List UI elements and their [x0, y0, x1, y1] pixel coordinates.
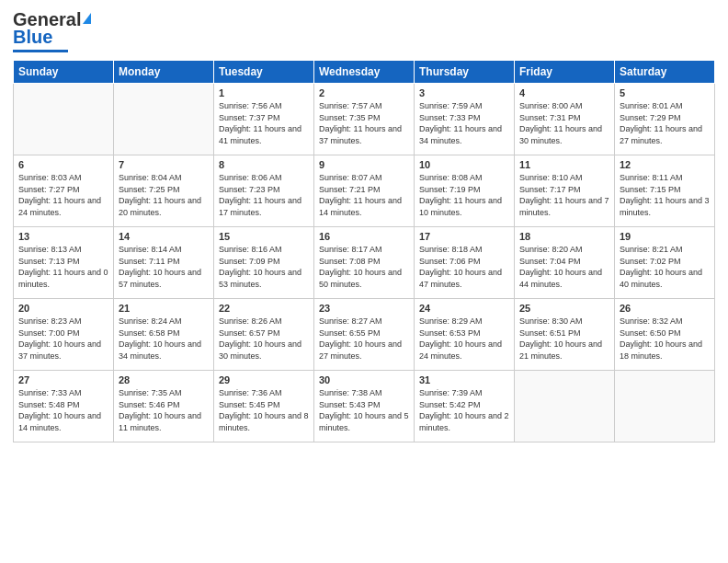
week-row-4: 20Sunrise: 8:23 AMSunset: 7:00 PMDayligh…: [14, 299, 715, 371]
cell-info: Sunrise: 8:17 AMSunset: 7:08 PMDaylight:…: [319, 244, 409, 290]
calendar-cell: 5Sunrise: 8:01 AMSunset: 7:29 PMDaylight…: [615, 84, 715, 155]
cell-info: Sunrise: 8:29 AMSunset: 6:53 PMDaylight:…: [419, 316, 509, 362]
day-number: 19: [620, 231, 710, 242]
calendar-cell: 26Sunrise: 8:32 AMSunset: 6:50 PMDayligh…: [615, 299, 715, 371]
day-number: 30: [319, 374, 409, 385]
calendar-cell: 6Sunrise: 8:03 AMSunset: 7:27 PMDaylight…: [14, 155, 114, 227]
logo-blue: Blue: [13, 27, 52, 48]
calendar-cell: 10Sunrise: 8:08 AMSunset: 7:19 PMDayligh…: [415, 155, 515, 227]
cell-info: Sunrise: 8:30 AMSunset: 6:51 PMDaylight:…: [519, 316, 609, 362]
day-number: 6: [18, 159, 108, 170]
cell-info: Sunrise: 8:10 AMSunset: 7:17 PMDaylight:…: [519, 172, 609, 218]
calendar-cell: 30Sunrise: 7:38 AMSunset: 5:43 PMDayligh…: [314, 371, 415, 442]
calendar-cell: 8Sunrise: 8:06 AMSunset: 7:23 PMDaylight…: [214, 155, 314, 227]
weekday-header-wednesday: Wednesday: [314, 61, 415, 84]
day-number: 12: [620, 159, 710, 170]
calendar-cell: 22Sunrise: 8:26 AMSunset: 6:57 PMDayligh…: [214, 299, 314, 371]
day-number: 20: [18, 303, 108, 314]
calendar-cell: 21Sunrise: 8:24 AMSunset: 6:58 PMDayligh…: [114, 299, 214, 371]
cell-info: Sunrise: 8:00 AMSunset: 7:31 PMDaylight:…: [519, 100, 609, 146]
calendar-cell: 14Sunrise: 8:14 AMSunset: 7:11 PMDayligh…: [114, 227, 214, 299]
logo: General Blue: [13, 9, 91, 52]
cell-info: Sunrise: 7:59 AMSunset: 7:33 PMDaylight:…: [419, 100, 509, 146]
day-number: 3: [419, 87, 509, 98]
calendar-cell: [114, 84, 214, 155]
calendar-cell: 3Sunrise: 7:59 AMSunset: 7:33 PMDaylight…: [415, 84, 515, 155]
logo-arrow-icon: [83, 13, 91, 24]
cell-info: Sunrise: 7:36 AMSunset: 5:45 PMDaylight:…: [219, 387, 309, 433]
week-row-2: 6Sunrise: 8:03 AMSunset: 7:27 PMDaylight…: [14, 155, 715, 227]
day-number: 27: [18, 374, 108, 385]
day-number: 31: [419, 374, 509, 385]
cell-info: Sunrise: 7:38 AMSunset: 5:43 PMDaylight:…: [319, 387, 409, 433]
calendar-cell: 19Sunrise: 8:21 AMSunset: 7:02 PMDayligh…: [615, 227, 715, 299]
weekday-header-sunday: Sunday: [14, 61, 114, 84]
calendar-cell: 24Sunrise: 8:29 AMSunset: 6:53 PMDayligh…: [415, 299, 515, 371]
day-number: 29: [219, 374, 309, 385]
cell-info: Sunrise: 8:20 AMSunset: 7:04 PMDaylight:…: [519, 244, 609, 290]
calendar-cell: 9Sunrise: 8:07 AMSunset: 7:21 PMDaylight…: [314, 155, 415, 227]
cell-info: Sunrise: 7:39 AMSunset: 5:42 PMDaylight:…: [419, 387, 509, 433]
calendar-cell: 12Sunrise: 8:11 AMSunset: 7:15 PMDayligh…: [615, 155, 715, 227]
calendar-cell: 7Sunrise: 8:04 AMSunset: 7:25 PMDaylight…: [114, 155, 214, 227]
day-number: 2: [319, 87, 409, 98]
day-number: 13: [18, 231, 108, 242]
cell-info: Sunrise: 8:18 AMSunset: 7:06 PMDaylight:…: [419, 244, 509, 290]
cell-info: Sunrise: 7:33 AMSunset: 5:48 PMDaylight:…: [18, 387, 108, 433]
calendar: SundayMondayTuesdayWednesdayThursdayFrid…: [13, 60, 715, 442]
cell-info: Sunrise: 8:01 AMSunset: 7:29 PMDaylight:…: [620, 100, 710, 146]
cell-info: Sunrise: 7:57 AMSunset: 7:35 PMDaylight:…: [319, 100, 409, 146]
cell-info: Sunrise: 8:07 AMSunset: 7:21 PMDaylight:…: [319, 172, 409, 218]
day-number: 14: [119, 231, 209, 242]
weekday-header-friday: Friday: [515, 61, 615, 84]
day-number: 23: [319, 303, 409, 314]
day-number: 24: [419, 303, 509, 314]
cell-info: Sunrise: 8:32 AMSunset: 6:50 PMDaylight:…: [620, 316, 710, 362]
week-row-5: 27Sunrise: 7:33 AMSunset: 5:48 PMDayligh…: [14, 371, 715, 442]
calendar-cell: 18Sunrise: 8:20 AMSunset: 7:04 PMDayligh…: [515, 227, 615, 299]
day-number: 9: [319, 159, 409, 170]
weekday-header-thursday: Thursday: [415, 61, 515, 84]
header: General Blue: [13, 9, 715, 52]
calendar-cell: 15Sunrise: 8:16 AMSunset: 7:09 PMDayligh…: [214, 227, 314, 299]
page: General Blue SundayMondayTuesdayWednesda…: [0, 0, 728, 563]
cell-info: Sunrise: 8:24 AMSunset: 6:58 PMDaylight:…: [119, 316, 209, 362]
cell-info: Sunrise: 8:23 AMSunset: 7:00 PMDaylight:…: [18, 316, 108, 362]
cell-info: Sunrise: 8:03 AMSunset: 7:27 PMDaylight:…: [18, 172, 108, 218]
week-row-1: 1Sunrise: 7:56 AMSunset: 7:37 PMDaylight…: [14, 84, 715, 155]
day-number: 1: [219, 87, 309, 98]
cell-info: Sunrise: 8:04 AMSunset: 7:25 PMDaylight:…: [119, 172, 209, 218]
day-number: 18: [519, 231, 609, 242]
calendar-cell: [615, 371, 715, 442]
calendar-cell: 2Sunrise: 7:57 AMSunset: 7:35 PMDaylight…: [314, 84, 415, 155]
logo-line: [13, 50, 68, 52]
calendar-cell: 13Sunrise: 8:13 AMSunset: 7:13 PMDayligh…: [14, 227, 114, 299]
calendar-cell: 27Sunrise: 7:33 AMSunset: 5:48 PMDayligh…: [14, 371, 114, 442]
cell-info: Sunrise: 8:14 AMSunset: 7:11 PMDaylight:…: [119, 244, 209, 290]
calendar-cell: 25Sunrise: 8:30 AMSunset: 6:51 PMDayligh…: [515, 299, 615, 371]
day-number: 5: [620, 87, 710, 98]
day-number: 17: [419, 231, 509, 242]
day-number: 25: [519, 303, 609, 314]
weekday-header-saturday: Saturday: [615, 61, 715, 84]
calendar-cell: 20Sunrise: 8:23 AMSunset: 7:00 PMDayligh…: [14, 299, 114, 371]
day-number: 21: [119, 303, 209, 314]
calendar-cell: 31Sunrise: 7:39 AMSunset: 5:42 PMDayligh…: [415, 371, 515, 442]
cell-info: Sunrise: 8:11 AMSunset: 7:15 PMDaylight:…: [620, 172, 710, 218]
cell-info: Sunrise: 7:35 AMSunset: 5:46 PMDaylight:…: [119, 387, 209, 433]
day-number: 22: [219, 303, 309, 314]
cell-info: Sunrise: 8:16 AMSunset: 7:09 PMDaylight:…: [219, 244, 309, 290]
calendar-cell: 23Sunrise: 8:27 AMSunset: 6:55 PMDayligh…: [314, 299, 415, 371]
cell-info: Sunrise: 8:27 AMSunset: 6:55 PMDaylight:…: [319, 316, 409, 362]
weekday-header-tuesday: Tuesday: [214, 61, 314, 84]
day-number: 26: [620, 303, 710, 314]
cell-info: Sunrise: 8:13 AMSunset: 7:13 PMDaylight:…: [18, 244, 108, 290]
calendar-cell: [515, 371, 615, 442]
cell-info: Sunrise: 8:08 AMSunset: 7:19 PMDaylight:…: [419, 172, 509, 218]
cell-info: Sunrise: 7:56 AMSunset: 7:37 PMDaylight:…: [219, 100, 309, 146]
calendar-cell: 4Sunrise: 8:00 AMSunset: 7:31 PMDaylight…: [515, 84, 615, 155]
day-number: 10: [419, 159, 509, 170]
day-number: 16: [319, 231, 409, 242]
day-number: 7: [119, 159, 209, 170]
day-number: 8: [219, 159, 309, 170]
